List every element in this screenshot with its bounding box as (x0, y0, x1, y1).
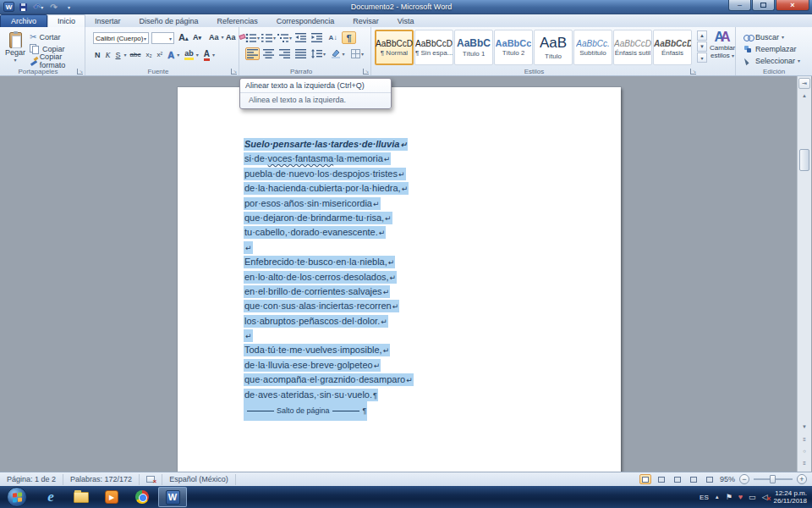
subscript-button[interactable]: x₂ (144, 49, 153, 60)
tab-referencias[interactable]: Referencias (208, 15, 267, 27)
underline-caret-icon[interactable]: ▾ (124, 52, 127, 58)
find-button[interactable]: Buscar ▾ (742, 31, 786, 42)
word-app-icon[interactable]: W (3, 2, 14, 12)
select-button[interactable]: Seleccionar ▾ (742, 55, 802, 66)
outline-view-button[interactable] (688, 474, 700, 484)
document-page[interactable]: Suelo·pensarte·las·tardes·de·lluvia↵si·d… (178, 87, 621, 472)
style-titulo-1[interactable]: AaBbC Título 1 (454, 30, 493, 65)
poem-line[interactable]: que·dejaron·de·brindarme·tu·risa,↵ (244, 211, 414, 225)
tab-inicio[interactable]: Inicio (47, 14, 85, 27)
scroll-down-button[interactable]: ▼ (798, 422, 810, 432)
tab-diseno-de-pagina[interactable]: Diseño de página (130, 15, 208, 27)
taskbar-chrome[interactable] (128, 487, 156, 507)
zoom-level[interactable]: 95% (720, 475, 735, 483)
poem-line[interactable]: Enfebrecido·te·busco·en·la·niebla,↵ (244, 255, 414, 269)
customize-qat-button[interactable]: ▾ (63, 2, 75, 13)
font-size-combo[interactable]: ▾ (151, 32, 174, 44)
poem-line[interactable]: en·el·brillo·de·corrientes·salvajes↵ (244, 284, 414, 299)
poem-line[interactable]: Toda·tú·te·me·vuelves·imposible,↵ (244, 343, 414, 357)
proofing-status[interactable] (140, 474, 162, 485)
vertical-scrollbar[interactable]: ⇥ ▲ ▼ ≡ ○ ≡ (797, 76, 811, 472)
tab-correspondencia[interactable]: Correspondencia (267, 15, 344, 27)
poem-line[interactable]: Suelo·pensarte·las·tardes·de·lluvia↵ (244, 137, 414, 152)
ruler-toggle-button[interactable]: ⇥ (798, 78, 810, 89)
style-titulo[interactable]: AaB Título (534, 30, 573, 65)
align-left-button[interactable] (245, 47, 260, 60)
style-normal[interactable]: AaBbCcDc ¶ Normal (375, 30, 414, 65)
font-name-combo[interactable]: Calibri (Cuerpo) ▾ (93, 32, 149, 44)
numbering-button[interactable]: ▾ (261, 31, 276, 44)
bold-button[interactable]: N (93, 49, 102, 60)
taskbar-internet-explorer[interactable]: e (36, 487, 65, 507)
align-center-button[interactable] (261, 47, 276, 60)
shading-button[interactable]: ▾ (329, 47, 347, 60)
redo-button[interactable]: ↷ (47, 2, 60, 13)
italic-button[interactable]: K (104, 49, 112, 60)
text-effects-button[interactable]: A▾ (166, 49, 181, 60)
draft-view-button[interactable] (704, 474, 716, 484)
minimize-button[interactable]: – (728, 0, 751, 11)
poem-line[interactable]: en·lo·alto·de·los·cerros·desolados,↵ (244, 270, 414, 284)
superscript-button[interactable]: x² (156, 49, 165, 60)
poem-line[interactable]: ↵ (244, 329, 414, 343)
format-painter-button[interactable]: Copiar formato (28, 55, 85, 66)
multilevel-list-button[interactable]: ▾ (277, 31, 292, 44)
tab-revisar[interactable]: Revisar (343, 15, 388, 27)
decrease-indent-button[interactable] (294, 31, 308, 44)
restore-button[interactable] (752, 0, 775, 11)
bullets-button[interactable]: ▾ (245, 31, 260, 44)
tab-vista[interactable]: Vista (388, 15, 424, 27)
clock[interactable]: 12:24 p.m. 26/11/2018 (774, 489, 807, 505)
borders-button[interactable]: ▾ (348, 47, 366, 60)
action-center-icon[interactable]: ⚑ (726, 493, 732, 501)
undo-button[interactable]: ↶▾ (32, 2, 45, 13)
print-layout-view-button[interactable] (639, 474, 651, 484)
cut-button[interactable]: ✂ Cortar (28, 31, 62, 42)
fullscreen-view-button[interactable] (656, 474, 667, 484)
poem-line[interactable]: tu·cabello,·dorado·evanescente.↵ (244, 225, 414, 240)
poem-line[interactable]: de·aves·ateridas,·sin·su·vuelo.¶ (244, 388, 414, 402)
next-page-button[interactable]: ≡ (798, 457, 810, 468)
poem-line[interactable]: de·la·hacienda·cubierta·por·la·hiedra,↵ (244, 181, 414, 196)
show-hidden-icons-button[interactable]: ▲ (715, 494, 720, 500)
gallery-expand-button[interactable]: ▾ (697, 52, 707, 63)
strikethrough-button[interactable]: abc (129, 49, 143, 60)
style-enfasis-sutil[interactable]: AaBbCcDc Énfasis sutil (613, 30, 652, 65)
browse-object-button[interactable]: ○ (798, 445, 810, 456)
scroll-up-button[interactable]: ▲ (798, 91, 810, 101)
poem-line[interactable]: por·esos·años·sin·misericordia↵ (244, 196, 414, 211)
dialog-launcher-icon[interactable]: ↘ (363, 69, 369, 75)
poem-line[interactable]: puebla·de·nuevo·los·despojos·tristes↵ (244, 167, 414, 181)
justify-button[interactable] (294, 47, 308, 60)
antivirus-icon[interactable]: ♥ (738, 493, 743, 501)
underline-button[interactable]: S (114, 49, 123, 60)
poem-line[interactable]: ↵ (244, 240, 414, 255)
taskbar-media-player[interactable]: ▶ (97, 487, 126, 507)
highlight-color-button[interactable]: ab▾ (183, 49, 200, 60)
line-spacing-button[interactable]: ▾ (310, 47, 327, 60)
tab-archivo[interactable]: Archivo (0, 14, 47, 27)
style-no-spacing[interactable]: AaBbCcDc ¶ Sin espa... (414, 30, 453, 65)
style-subtitulo[interactable]: AaBbCc. Subtítulo (573, 30, 612, 65)
zoom-out-button[interactable]: − (739, 474, 749, 484)
language-indicator[interactable]: Español (México) (162, 474, 236, 485)
poem-line[interactable]: si·de·voces·fantasma·la·memoria↵ (244, 152, 414, 166)
language-tray[interactable]: ES (700, 494, 709, 501)
poem-line[interactable]: que·con·sus·alas·inciertas·recorren↵ (244, 299, 414, 313)
style-titulo-2[interactable]: AaBbCc Título 2 (494, 30, 533, 65)
replace-button[interactable]: Reemplazar (742, 43, 798, 54)
network-icon[interactable]: ▭ (749, 493, 756, 501)
volume-muted-icon[interactable]: ◁ (762, 493, 768, 501)
show-marks-button[interactable]: ¶ (342, 31, 356, 44)
gallery-down-button[interactable]: ▼ (697, 41, 707, 52)
web-layout-view-button[interactable] (672, 474, 683, 484)
font-color-button[interactable]: A▾ (202, 49, 217, 60)
tab-insertar[interactable]: Insertar (85, 15, 130, 27)
scrollbar-thumb[interactable] (799, 149, 809, 171)
zoom-in-button[interactable]: + (797, 474, 807, 484)
dialog-launcher-icon[interactable]: ↘ (690, 69, 696, 75)
poem-line[interactable]: los·abruptos·peñascos·del·dolor.↵ (244, 314, 414, 329)
increase-indent-button[interactable] (310, 31, 324, 44)
grow-font-button[interactable]: A▴ (177, 31, 189, 42)
poem-line[interactable]: de·la·lluvia·ese·breve·golpeteo↵ (244, 358, 414, 373)
